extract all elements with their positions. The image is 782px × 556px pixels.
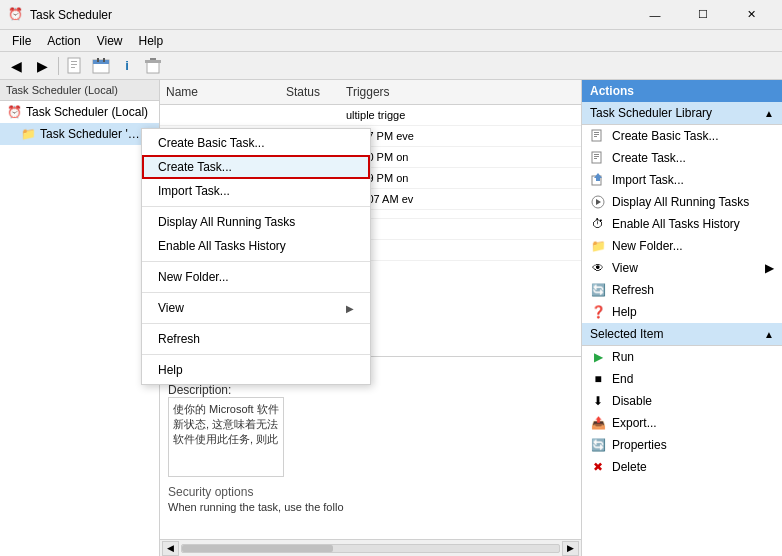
action-delete-label: Delete [612, 460, 647, 474]
delete-button[interactable] [141, 54, 165, 78]
action-view[interactable]: 👁 View ▶ [582, 257, 782, 279]
svg-rect-2 [71, 64, 77, 65]
clock-icon: ⏰ [6, 104, 22, 120]
menu-help[interactable]: Help [131, 32, 172, 50]
description-row: Description: 使你的 Microsoft 软件新状态, 这意味着无法… [168, 383, 573, 477]
context-new-folder[interactable]: New Folder... [142, 265, 370, 289]
main-container: Task Scheduler (Local) ⏰ Task Scheduler … [0, 80, 782, 556]
left-panel: Task Scheduler (Local) ⏰ Task Scheduler … [0, 80, 160, 556]
action-help[interactable]: ❓ Help [582, 301, 782, 323]
section-selected-items: ▶ Run ■ End ⬇ Disable 📤 Export... 🔄 Prop… [582, 346, 782, 478]
view-submenu-arrow: ▶ [346, 303, 354, 314]
cell-triggers: : 11:07 AM ev [340, 191, 581, 207]
action-new-folder-label: New Folder... [612, 239, 683, 253]
action-refresh[interactable]: 🔄 Refresh [582, 279, 782, 301]
action-end[interactable]: ■ End [582, 368, 782, 390]
context-enable-history[interactable]: Enable All Tasks History [142, 234, 370, 258]
action-delete[interactable]: ✖ Delete [582, 456, 782, 478]
menu-bar: File Action View Help [0, 30, 782, 52]
tree-header: Task Scheduler (Local) [0, 80, 159, 101]
security-value: When running the task, use the follo [168, 501, 573, 513]
tree-item-library[interactable]: 📁 Task Scheduler '… [0, 123, 159, 145]
close-button[interactable]: ✕ [728, 0, 774, 30]
context-separator-5 [142, 354, 370, 355]
menu-action[interactable]: Action [39, 32, 88, 50]
context-create-basic[interactable]: Create Basic Task... [142, 131, 370, 155]
context-import-task[interactable]: Import Task... [142, 179, 370, 203]
table-row[interactable]: ultiple trigge [160, 105, 581, 126]
action-view-label: View [612, 261, 759, 275]
context-new-folder-label: New Folder... [158, 270, 229, 284]
context-enable-label: Enable All Tasks History [158, 239, 286, 253]
cell-triggers: : 3:00 PM on [340, 149, 581, 165]
cell-name [160, 107, 280, 123]
scroll-track[interactable] [181, 544, 560, 553]
security-label: Security options [168, 485, 573, 499]
action-create-basic[interactable]: Create Basic Task... [582, 125, 782, 147]
action-create-task[interactable]: Create Task... [582, 147, 782, 169]
section-library-chevron: ▲ [764, 108, 774, 119]
cell-triggers: ultiple trigge [340, 107, 581, 123]
section-selected-header[interactable]: Selected Item ▲ [582, 323, 782, 346]
menu-view[interactable]: View [89, 32, 131, 50]
context-display-running[interactable]: Display All Running Tasks [142, 210, 370, 234]
scroll-thumb[interactable] [182, 545, 333, 552]
menu-file[interactable]: File [4, 32, 39, 50]
doc-icon [590, 128, 606, 144]
section-library-header[interactable]: Task Scheduler Library ▲ [582, 102, 782, 125]
svg-rect-16 [594, 154, 599, 155]
info-panel: Author: Description: 使你的 Microsoft 软件新状态… [160, 356, 581, 556]
svg-rect-15 [592, 152, 601, 163]
action-import-task[interactable]: Import Task... [582, 169, 782, 191]
svg-rect-17 [594, 156, 599, 157]
action-run[interactable]: ▶ Run [582, 346, 782, 368]
context-help[interactable]: Help [142, 358, 370, 382]
calendar-icon [92, 57, 110, 75]
context-refresh-label: Refresh [158, 332, 200, 346]
description-label: Description: [168, 383, 248, 397]
svg-rect-5 [93, 60, 109, 64]
action-export[interactable]: 📤 Export... [582, 412, 782, 434]
context-import-label: Import Task... [158, 184, 230, 198]
minimize-button[interactable]: — [632, 0, 678, 30]
action-properties[interactable]: 🔄 Properties [582, 434, 782, 456]
tree-item-label-local: Task Scheduler (Local) [26, 105, 153, 119]
action-disable[interactable]: ⬇ Disable [582, 390, 782, 412]
forward-button[interactable]: ▶ [30, 54, 54, 78]
svg-rect-14 [594, 136, 597, 137]
info-button[interactable]: i [115, 54, 139, 78]
back-button[interactable]: ◀ [4, 54, 28, 78]
svg-rect-18 [594, 158, 597, 159]
delete-icon [144, 57, 162, 75]
context-help-label: Help [158, 363, 183, 377]
scroll-right-button[interactable]: ▶ [562, 541, 579, 556]
table-header: Name Status Triggers [160, 80, 581, 105]
cell-triggers [340, 242, 581, 258]
context-create-task-label: Create Task... [158, 160, 232, 174]
app-icon: ⏰ [8, 7, 24, 23]
horizontal-scrollbar[interactable]: ◀ ▶ [160, 539, 581, 556]
scroll-left-button[interactable]: ◀ [162, 541, 179, 556]
import-icon [590, 172, 606, 188]
context-display-label: Display All Running Tasks [158, 215, 295, 229]
context-create-task[interactable]: Create Task... [142, 155, 370, 179]
new-task-button[interactable] [63, 54, 87, 78]
svg-rect-7 [103, 58, 105, 62]
action-enable-history[interactable]: ⏱ Enable All Tasks History [582, 213, 782, 235]
action-new-folder[interactable]: 📁 New Folder... [582, 235, 782, 257]
context-separator-1 [142, 206, 370, 207]
cell-triggers [340, 212, 581, 216]
context-refresh[interactable]: Refresh [142, 327, 370, 351]
action-export-label: Export... [612, 416, 657, 430]
column-status: Status [280, 83, 340, 101]
calendar-button[interactable] [89, 54, 113, 78]
context-view[interactable]: View ▶ [142, 296, 370, 320]
action-end-label: End [612, 372, 633, 386]
action-display-running[interactable]: Display All Running Tasks [582, 191, 782, 213]
run-icon: ▶ [590, 349, 606, 365]
svg-rect-1 [71, 61, 77, 62]
maximize-button[interactable]: ☐ [680, 0, 726, 30]
svg-rect-3 [71, 67, 75, 68]
tree-item-local[interactable]: ⏰ Task Scheduler (Local) [0, 101, 159, 123]
task-doc-icon [66, 57, 84, 75]
